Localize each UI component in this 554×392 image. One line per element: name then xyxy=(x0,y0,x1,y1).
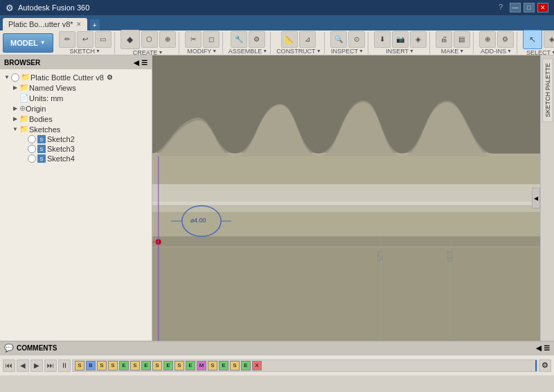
timeline-item-10[interactable]: S xyxy=(175,361,184,371)
minimize-btn[interactable]: — xyxy=(510,3,521,12)
timeline-track[interactable]: S B S S E S E S E S E M S E S E X xyxy=(72,359,537,372)
tree-item-sketch2[interactable]: S Sketch2 xyxy=(0,134,152,144)
sketch-label[interactable]: SKETCH ▼ xyxy=(69,48,100,55)
browser-collapse-btn[interactable]: ◀ xyxy=(134,59,139,66)
timeline-item-15[interactable]: S xyxy=(230,361,240,371)
timeline-item-9[interactable]: E xyxy=(163,361,173,371)
comments-icon: 💬 xyxy=(4,344,14,353)
tree-item-units[interactable]: 📄 Units: mm xyxy=(0,93,152,103)
units-expand[interactable] xyxy=(11,94,19,103)
comments-collapse-btn[interactable]: ◀ xyxy=(536,344,542,352)
timeline-item-1[interactable]: S xyxy=(75,361,84,371)
timeline-item-6[interactable]: S xyxy=(130,361,140,371)
timeline-pause-btn[interactable]: ⏸ xyxy=(58,359,71,372)
root-expand-icon[interactable]: ▼ xyxy=(3,73,11,82)
timeline-item-7[interactable]: E xyxy=(141,361,151,371)
addins-icon2[interactable]: ⚙ xyxy=(497,31,514,48)
create-label[interactable]: CREATE ▼ xyxy=(133,49,163,56)
close-btn[interactable]: ✕ xyxy=(537,3,548,12)
tree-item-sketches[interactable]: ▼ 📁 Sketches xyxy=(0,124,152,134)
tree-item-root[interactable]: ▼ 📁 Platic Bottle Cutter v8 ⚙ xyxy=(0,72,152,82)
timeline-settings-btn[interactable]: ⚙ xyxy=(539,359,551,372)
insert-icon2[interactable]: 📷 xyxy=(392,31,409,48)
tab-close-btn[interactable]: ✕ xyxy=(76,21,82,28)
create-main-icon[interactable]: ◆ xyxy=(120,30,140,49)
viewport[interactable]: 125 100 ⌀4.00 ◀ xyxy=(152,55,540,341)
timeline-item-11[interactable]: E xyxy=(186,361,195,371)
construct-icon1[interactable]: 📐 xyxy=(281,31,298,48)
make-icon2[interactable]: ▤ xyxy=(454,31,470,48)
select-label[interactable]: SELECT ▼ xyxy=(526,49,554,56)
insert-icon3[interactable]: ◈ xyxy=(410,31,427,48)
sketch4-visibility[interactable] xyxy=(28,154,36,163)
named-views-expand[interactable]: ▶ xyxy=(11,84,19,92)
timeline-item-2[interactable]: B xyxy=(86,361,96,371)
root-icon: 📁 xyxy=(21,73,30,82)
model-dropdown-btn[interactable]: MODEL ▼ xyxy=(3,33,53,53)
create-add-icon[interactable]: ⊕ xyxy=(159,31,176,48)
sketch3-expand[interactable] xyxy=(19,145,28,153)
help-btn[interactable]: ? xyxy=(494,3,507,12)
timeline-item-8[interactable]: S xyxy=(152,361,162,371)
timeline-item-3[interactable]: S xyxy=(97,361,107,371)
origin-expand[interactable]: ▶ xyxy=(11,105,19,113)
make-label[interactable]: MAKE ▼ xyxy=(441,48,464,55)
timeline-item-17[interactable]: X xyxy=(252,361,262,371)
select-icon2[interactable]: ◈ xyxy=(544,31,554,48)
inspect-icon2[interactable]: ⊙ xyxy=(348,31,365,48)
timeline-prev-btn[interactable]: ◀ xyxy=(17,359,29,372)
assemble-icon1[interactable]: 🔧 xyxy=(231,31,247,48)
sketch-palette-tab[interactable]: SKETCH PALETTE xyxy=(542,58,553,122)
tree-item-bodies[interactable]: ▶ 📁 Bodies xyxy=(0,114,152,124)
make-icon1[interactable]: 🖨 xyxy=(436,31,452,48)
insert-icon1[interactable]: ⬇ xyxy=(374,31,391,48)
comments-more-btn[interactable]: ☰ xyxy=(544,344,550,352)
modify-icon1[interactable]: ✂ xyxy=(185,31,202,48)
document-tab[interactable]: Platic Bo...utter v8* ✕ xyxy=(3,18,87,30)
sketch4-expand[interactable] xyxy=(19,154,28,163)
timeline-play-btn[interactable]: ▶ xyxy=(30,359,43,372)
timeline-item-14[interactable]: E xyxy=(219,361,229,371)
timeline-item-12[interactable]: M xyxy=(197,361,206,371)
browser-more-btn[interactable]: ☰ xyxy=(141,59,148,66)
tree-item-named-views[interactable]: ▶ 📁 Named Views xyxy=(0,82,152,93)
timeline-item-4[interactable]: S xyxy=(108,361,118,371)
timeline-item-5[interactable]: E xyxy=(119,361,129,371)
assemble-icon2[interactable]: ⚙ xyxy=(249,31,265,48)
construct-label[interactable]: CONSTRUCT ▼ xyxy=(276,48,321,55)
modify-label[interactable]: MODIFY ▼ xyxy=(187,48,217,55)
model-label: MODEL xyxy=(10,39,38,47)
inspect-label[interactable]: INSPECT ▼ xyxy=(331,48,364,55)
addins-label[interactable]: ADD-INS ▼ xyxy=(481,48,512,55)
modify-icon2[interactable]: ◻ xyxy=(203,31,220,48)
sketch-pencil-icon[interactable]: ✏ xyxy=(59,31,75,48)
tree-item-sketch4[interactable]: S Sketch4 xyxy=(0,154,152,163)
tree-item-sketch3[interactable]: S Sketch3 xyxy=(0,144,152,154)
insert-label[interactable]: INSERT ▼ xyxy=(386,48,414,55)
addins-icon1[interactable]: ⊕ xyxy=(479,31,496,48)
construct-icon2[interactable]: ⊿ xyxy=(299,31,316,48)
new-tab-btn[interactable]: + xyxy=(90,19,100,30)
timeline-forward-btn[interactable]: ⏭ xyxy=(44,359,57,372)
sketch2-visibility[interactable] xyxy=(28,135,36,143)
inspect-icon1[interactable]: 🔍 xyxy=(330,31,347,48)
bodies-expand[interactable]: ▶ xyxy=(11,115,19,123)
sketch-rect-icon[interactable]: ▭ xyxy=(95,31,111,48)
sketch-undo-icon[interactable]: ↩ xyxy=(77,31,93,48)
root-settings-icon[interactable]: ⚙ xyxy=(107,73,113,81)
select-cursor-icon[interactable]: ↖ xyxy=(523,30,542,49)
timeline: ⏮ ◀ ▶ ⏭ ⏸ S B S S E S E S E S E M S E S … xyxy=(0,355,554,375)
sketches-expand[interactable]: ▼ xyxy=(11,125,19,134)
viewport-collapse-handle[interactable]: ◀ xyxy=(532,188,540,208)
sketch3-visibility[interactable] xyxy=(28,145,36,153)
root-visibility-icon[interactable] xyxy=(11,73,19,82)
restore-btn[interactable]: □ xyxy=(524,3,535,12)
comments-title: COMMENTS xyxy=(17,344,57,352)
timeline-item-13[interactable]: S xyxy=(208,361,217,371)
tree-item-origin[interactable]: ▶ ⊕ Origin xyxy=(0,103,152,114)
sketch2-expand[interactable] xyxy=(19,135,28,143)
timeline-rewind-btn[interactable]: ⏮ xyxy=(3,359,15,372)
timeline-item-16[interactable]: E xyxy=(241,361,251,371)
create-hex-icon[interactable]: ⬡ xyxy=(141,31,158,48)
assemble-label[interactable]: ASSEMBLE ▼ xyxy=(229,48,267,55)
